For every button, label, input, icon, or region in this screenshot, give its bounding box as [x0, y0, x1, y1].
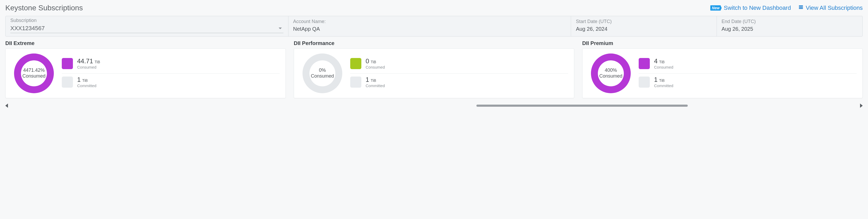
stats-block: 4 TiB Consumed 1 TiB Committed [639, 55, 857, 92]
svg-rect-2 [799, 8, 803, 9]
header-links: New Switch to New Dashboard View All Sub… [710, 4, 863, 11]
donut-label: Consumed [599, 73, 622, 79]
switch-dashboard-link[interactable]: New Switch to New Dashboard [710, 4, 791, 11]
new-badge-icon: New [710, 5, 722, 10]
committed-swatch-icon [639, 76, 650, 88]
committed-label: Committed [654, 84, 673, 88]
tier-card: DII Performance 0% Consumed 0 TiB [294, 40, 574, 98]
usage-card: 0% Consumed 0 TiB Consumed [294, 48, 574, 98]
stats-block: 0 TiB Consumed 1 TiB Committed [350, 55, 568, 92]
consumed-row: 0 TiB Consumed [350, 55, 568, 73]
donut-label: Consumed [22, 73, 45, 79]
svg-rect-0 [799, 5, 803, 6]
scroll-left-icon[interactable] [5, 104, 8, 108]
consumed-row: 4 TiB Consumed [639, 55, 857, 73]
account-name-label: Account Name: [293, 19, 566, 24]
donut-percent: 4471.42% [23, 68, 44, 73]
donut-label: Consumed [311, 73, 334, 79]
usage-card: 400% Consumed 4 TiB Consumed [582, 48, 863, 98]
donut-chart: 4471.42% Consumed [11, 53, 57, 93]
start-date-value: Aug 26, 2024 [576, 26, 712, 32]
end-date-label: End Date (UTC) [722, 19, 858, 24]
tier-card: DII Extreme 4471.42% Consumed 44.71 Ti [5, 40, 286, 98]
donut-chart: 400% Consumed [588, 53, 633, 93]
committed-row: 1 TiB Committed [62, 73, 280, 92]
horizontal-scroll [5, 104, 863, 108]
tier-title: DII Premium [582, 40, 863, 46]
consumed-label: Consumed [77, 65, 100, 70]
subscription-info-bar: Subscription XXX1234567 Account Name: Ne… [5, 16, 863, 37]
account-name-value: NetApp QA [293, 26, 566, 32]
view-all-subscriptions-link[interactable]: View All Subscriptions [798, 4, 863, 11]
consumed-value: 44.71 [77, 58, 93, 65]
consumed-label: Consumed [654, 65, 673, 70]
consumed-label: Consumed [366, 65, 385, 70]
usage-card: 4471.42% Consumed 44.71 TiB Consumed [5, 48, 286, 98]
view-all-label: View All Subscriptions [806, 4, 863, 11]
page-title: Keystone Subscriptions [5, 4, 83, 12]
consumed-row: 44.71 TiB Consumed [62, 55, 280, 73]
donut-percent: 400% [605, 68, 617, 73]
committed-label: Committed [366, 84, 385, 88]
switch-dashboard-label: Switch to New Dashboard [724, 4, 791, 11]
consumed-unit: TiB [371, 60, 376, 64]
tier-title: DII Extreme [5, 40, 286, 46]
chevron-down-icon [279, 28, 282, 29]
tier-cards-row: DII Extreme 4471.42% Consumed 44.71 Ti [5, 40, 863, 98]
donut-percent: 0% [319, 68, 326, 73]
start-date-label: Start Date (UTC) [576, 19, 712, 24]
subscription-value: XXX1234567 [10, 25, 45, 32]
consumed-swatch-icon [350, 58, 361, 69]
consumed-unit: TiB [95, 60, 100, 64]
scroll-thumb[interactable] [476, 105, 688, 107]
consumed-value: 0 [366, 58, 369, 65]
committed-unit: TiB [82, 79, 88, 83]
consumed-swatch-icon [62, 58, 73, 69]
committed-value: 1 [366, 76, 369, 83]
committed-value: 1 [654, 76, 657, 83]
consumed-value: 4 [654, 58, 657, 65]
stats-block: 44.71 TiB Consumed 1 TiB Committed [62, 55, 280, 92]
consumed-swatch-icon [639, 58, 650, 69]
committed-row: 1 TiB Committed [350, 73, 568, 92]
scroll-right-icon[interactable] [860, 104, 863, 108]
svg-rect-1 [799, 7, 803, 7]
committed-unit: TiB [659, 79, 664, 83]
committed-swatch-icon [350, 76, 361, 88]
scroll-track[interactable] [11, 104, 857, 107]
list-icon [798, 4, 804, 11]
committed-row: 1 TiB Committed [639, 73, 857, 92]
consumed-unit: TiB [659, 60, 664, 64]
donut-chart: 0% Consumed [300, 53, 345, 93]
end-date-value: Aug 26, 2025 [722, 26, 858, 32]
committed-value: 1 [77, 76, 81, 83]
subscription-label: Subscription [10, 18, 283, 23]
committed-unit: TiB [371, 79, 376, 83]
tier-title: DII Performance [294, 40, 574, 46]
committed-swatch-icon [62, 76, 73, 88]
committed-label: Committed [77, 84, 96, 88]
subscription-select[interactable]: XXX1234567 [10, 25, 283, 33]
tier-card: DII Premium 400% Consumed 4 TiB [582, 40, 863, 98]
